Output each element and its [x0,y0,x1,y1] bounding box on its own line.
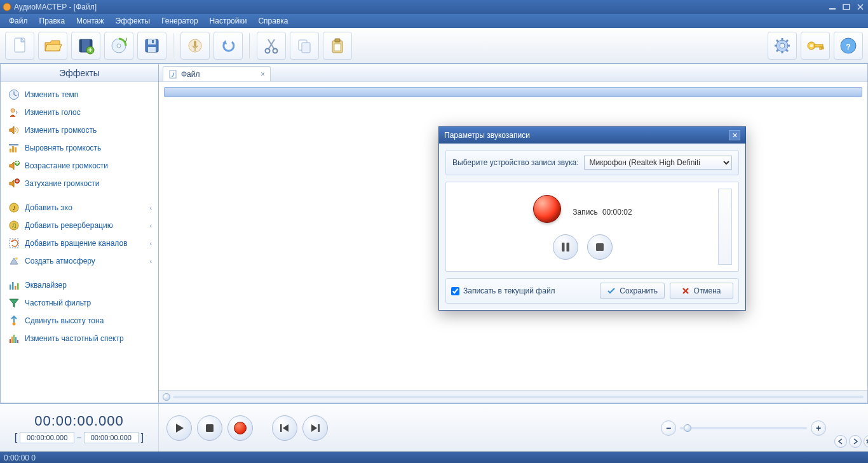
svg-text:♪: ♪ [124,37,128,44]
waveform-canvas[interactable]: Параметры звукозаписи ✕ Выберите устройс… [159,82,867,390]
menu-generator[interactable]: Генератор [156,15,203,27]
rewind-start-button[interactable] [272,415,297,441]
open-file-button[interactable] [38,32,67,60]
save-to-current-checkbox[interactable]: Записать в текущий файл [451,286,555,295]
svg-rect-28 [335,39,340,42]
scroll-thumb[interactable] [163,393,170,401]
copy-button[interactable] [290,32,319,60]
fx-spectrum[interactable]: Изменить частотный спектр [2,330,157,347]
fx-equalizer[interactable]: Эквалайзер [2,276,157,294]
undo-button[interactable] [214,32,243,60]
fx-echo[interactable]: ♪Добавить эхо‹ [2,199,157,217]
pitch-icon [8,315,20,326]
save-button[interactable] [137,32,166,60]
record-button[interactable] [227,415,253,441]
svg-text:♫: ♫ [11,221,17,230]
minimize-button[interactable] [827,3,837,11]
menu-montage[interactable]: Монтаж [71,15,109,27]
fx-reverb[interactable]: ♫Добавить реверберацию‹ [2,217,157,234]
close-button[interactable] [855,3,865,11]
menu-effects[interactable]: Эффекты [111,15,156,27]
atmosphere-icon [8,255,20,267]
time-to-input[interactable] [84,432,139,443]
svg-point-50 [11,109,15,112]
zoom-thumb[interactable] [684,424,691,432]
fx-fadein[interactable]: +Возрастание громкости [2,157,157,175]
fx-filter[interactable]: Частотный фильтр [2,294,157,312]
fit-right-button[interactable] [849,435,862,448]
svg-rect-53 [15,147,17,152]
fx-volume[interactable]: Изменить громкость [2,121,157,139]
chevron-right-icon: ‹ [150,222,152,229]
fx-tempo[interactable]: Изменить темп [2,86,157,104]
cut-button[interactable] [257,32,286,60]
spectrum-icon [8,333,20,344]
svg-text:♪: ♪ [12,203,16,212]
settings-button[interactable] [768,32,797,60]
horizontal-scrollbar[interactable] [159,390,867,403]
checkbox-input[interactable] [451,287,459,295]
fx-label: Выровнять громкость [25,144,101,152]
play-button[interactable] [166,415,192,441]
fx-label: Изменить громкость [25,126,97,135]
menubar: Файл Правка Монтаж Эффекты Генератор Нас… [0,14,868,28]
device-select[interactable]: Микрофон (Realtek High Definiti [584,156,733,170]
maximize-button[interactable] [841,3,851,11]
fx-rotate[interactable]: Добавить вращение каналов‹ [2,234,157,252]
dialog-cancel-button[interactable]: Отмена [670,283,733,299]
video-button[interactable]: + [71,32,100,60]
fx-voice[interactable]: Изменить голос [2,104,157,121]
fx-label: Изменить голос [25,108,81,117]
svg-rect-66 [12,282,14,290]
svg-rect-78 [562,243,565,252]
menu-settings[interactable]: Настройки [205,15,252,27]
menu-edit[interactable]: Правка [34,15,71,27]
toolbar-sep [173,33,174,58]
stop-record-button[interactable] [587,234,613,260]
menu-file[interactable]: Файл [4,15,33,27]
svg-rect-73 [13,335,15,343]
svg-rect-79 [567,243,570,252]
zoom-out-button[interactable]: − [661,420,676,436]
tab-file[interactable]: ♪ Файл × [163,66,271,81]
zoom-11-button[interactable]: 1:1 [864,435,868,448]
effects-list: Изменить темп Изменить голос Изменить гр… [1,82,158,403]
pause-record-button[interactable] [553,234,578,260]
chevron-right-icon: ‹ [150,240,152,247]
titlebar: АудиоМАСТЕР - [Файл] [0,0,868,14]
dialog-close-button[interactable]: ✕ [729,130,740,140]
zoom-slider[interactable] [680,427,807,429]
help-button[interactable]: ? [834,32,863,60]
forward-end-button[interactable] [302,415,328,441]
fx-pitch[interactable]: Сдвинуть высоту тона [2,312,157,330]
cd-button[interactable]: ♪ [104,32,133,60]
toolbar-sep-2 [249,33,250,58]
key-button[interactable] [801,32,830,60]
new-file-button[interactable] [5,32,34,60]
echo-icon: ♪ [8,202,20,213]
svg-rect-72 [11,337,13,343]
record-mic-button[interactable] [180,32,210,60]
overview-bar[interactable] [164,87,862,97]
eq-icon [8,279,20,291]
paste-button[interactable] [323,32,352,60]
svg-line-37 [786,50,788,51]
stop-button[interactable] [197,415,222,441]
svg-point-64 [15,257,18,260]
fx-normalize[interactable]: Выровнять громкость [2,139,157,157]
fadein-icon: + [8,160,20,171]
svg-rect-71 [10,339,11,343]
clock-icon [8,89,20,100]
svg-point-31 [780,43,785,48]
zoom-in-button[interactable]: + [811,420,826,436]
menu-help[interactable]: Справка [253,15,293,27]
transport-controls: − + [159,404,843,452]
svg-rect-17 [152,40,154,43]
fx-fadeout[interactable]: Затухание громкости [2,175,157,192]
dialog-titlebar[interactable]: Параметры звукозаписи ✕ [439,127,745,144]
fx-atmosphere[interactable]: Создать атмосферу‹ [2,252,157,270]
fit-left-button[interactable] [834,435,847,448]
time-from-input[interactable] [20,432,74,443]
dialog-save-button[interactable]: Сохранить [600,283,665,299]
tab-close-button[interactable]: × [261,70,265,79]
